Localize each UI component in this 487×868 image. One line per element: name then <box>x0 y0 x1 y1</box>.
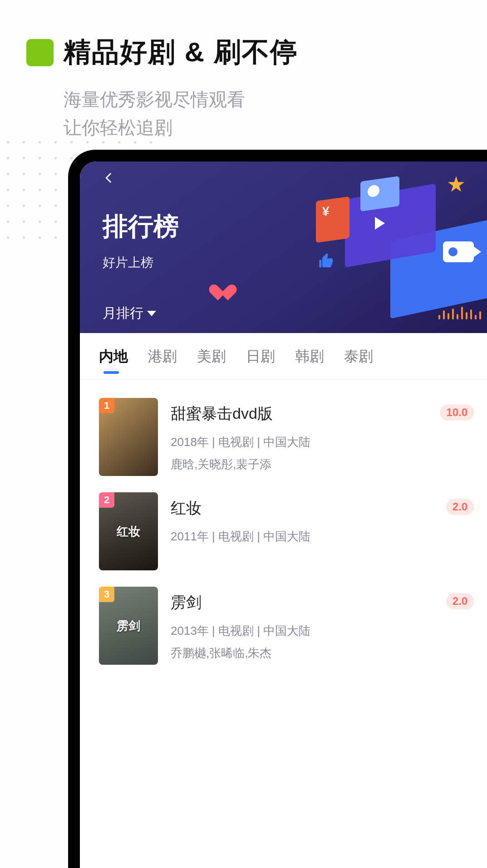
star-icon <box>448 176 465 193</box>
tab-jp[interactable]: 日剧 <box>246 347 275 373</box>
poster-text: 雳剑 <box>114 618 143 634</box>
thumbs-up-icon <box>318 252 336 270</box>
tab-kr[interactable]: 韩剧 <box>295 347 324 373</box>
item-cast: 鹿晗,关晓彤,裴子添 <box>171 456 471 472</box>
poster-thumbnail: 3 雳剑 <box>99 587 158 665</box>
item-meta: 2018年 | 电视剧 | 中国大陆 <box>171 434 471 450</box>
poster-thumbnail: 1 <box>99 398 158 476</box>
promo-subtitle: 海量优秀影视尽情观看 让你轻松追剧 <box>64 85 298 142</box>
promo-sub-line: 让你轻松追剧 <box>64 113 298 142</box>
promo-title: 精品好剧 & 刷不停 <box>64 34 298 71</box>
play-icon <box>375 217 385 230</box>
tab-mainland[interactable]: 内地 <box>99 347 128 373</box>
tab-hk[interactable]: 港剧 <box>148 347 177 373</box>
ranking-list: 1 甜蜜暴击dvd版 2018年 | 电视剧 | 中国大陆 鹿晗,关晓彤,裴子添… <box>80 380 487 673</box>
back-button[interactable] <box>103 172 115 184</box>
rank-badge: 3 <box>99 587 114 602</box>
score-badge: 2.0 <box>446 499 474 515</box>
item-title: 雳剑 <box>171 592 471 613</box>
chevron-down-icon <box>147 311 156 316</box>
heart-icon <box>218 285 236 302</box>
hero-banner: 排行榜 好片上榜 月排行 <box>80 162 487 333</box>
period-dropdown[interactable]: 月排行 <box>103 304 156 323</box>
poster-text: 红妆 <box>114 524 143 539</box>
item-meta: 2013年 | 电视剧 | 中国大陆 <box>171 623 471 639</box>
rank-badge: 1 <box>99 398 114 413</box>
list-item[interactable]: 1 甜蜜暴击dvd版 2018年 | 电视剧 | 中国大陆 鹿晗,关晓彤,裴子添… <box>99 390 471 484</box>
image-card-icon <box>360 176 399 211</box>
item-cast: 乔鹏樾,张晞临,朱杰 <box>171 645 471 661</box>
tab-th[interactable]: 泰剧 <box>344 347 373 373</box>
phone-frame: 排行榜 好片上榜 月排行 内地 港剧 美剧 日剧 <box>68 150 487 868</box>
item-info: 雳剑 2013年 | 电视剧 | 中国大陆 乔鹏樾,张晞临,朱杰 2.0 <box>171 587 471 665</box>
promo-sub-line: 海量优秀影视尽情观看 <box>64 85 298 113</box>
ticket-icon <box>316 196 349 243</box>
item-meta: 2011年 | 电视剧 | 中国大陆 <box>171 529 471 544</box>
soundwave-icon <box>438 307 481 319</box>
item-title: 甜蜜暴击dvd版 <box>171 403 471 424</box>
item-info: 红妆 2011年 | 电视剧 | 中国大陆 2.0 <box>171 492 471 570</box>
tab-us[interactable]: 美剧 <box>197 347 226 373</box>
accent-square-icon <box>26 39 54 66</box>
screen: 排行榜 好片上榜 月排行 内地 港剧 美剧 日剧 <box>80 162 487 868</box>
poster-thumbnail: 2 红妆 <box>99 492 158 570</box>
score-badge: 10.0 <box>440 404 474 421</box>
item-info: 甜蜜暴击dvd版 2018年 | 电视剧 | 中国大陆 鹿晗,关晓彤,裴子添 1… <box>171 398 471 476</box>
score-badge: 2.0 <box>446 593 474 609</box>
camera-icon <box>443 241 474 262</box>
list-item[interactable]: 2 红妆 红妆 2011年 | 电视剧 | 中国大陆 2.0 <box>99 484 471 579</box>
promo-header: 精品好剧 & 刷不停 海量优秀影视尽情观看 让你轻松追剧 <box>26 34 298 142</box>
category-tabs: 内地 港剧 美剧 日剧 韩剧 泰剧 <box>80 333 487 380</box>
rank-badge: 2 <box>99 492 114 508</box>
list-item[interactable]: 3 雳剑 雳剑 2013年 | 电视剧 | 中国大陆 乔鹏樾,张晞临,朱杰 2.… <box>99 579 471 673</box>
dropdown-label: 月排行 <box>103 304 143 323</box>
item-title: 红妆 <box>171 498 471 519</box>
